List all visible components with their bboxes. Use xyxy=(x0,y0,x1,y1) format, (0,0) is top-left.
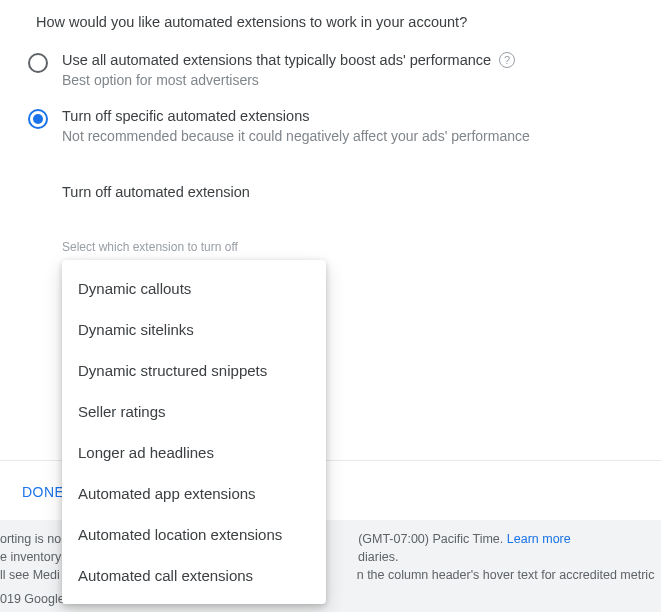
dropdown-item-dynamic-structured-snippets[interactable]: Dynamic structured snippets xyxy=(62,350,326,391)
dropdown-item-seller-ratings[interactable]: Seller ratings xyxy=(62,391,326,432)
footer-text: n the column header's hover text for acc… xyxy=(357,568,655,582)
footer-text: (GMT-07:00) Pacific Time. xyxy=(358,532,507,546)
extension-select-label: Select which extension to turn off xyxy=(62,240,661,254)
radio-option-use-all-sub: Best option for most advertisers xyxy=(62,72,515,88)
radio-option-use-all[interactable]: Use all automated extensions that typica… xyxy=(0,48,661,104)
turn-off-section-heading: Turn off automated extension xyxy=(0,160,661,200)
radio-unchecked-icon xyxy=(28,53,48,73)
footer-copyright: 019 Google xyxy=(0,592,65,606)
radio-option-turn-off[interactable]: Turn off specific automated extensions N… xyxy=(0,104,661,160)
radio-option-use-all-label: Use all automated extensions that typica… xyxy=(62,52,515,68)
footer-text: ll see Medi xyxy=(0,568,60,582)
help-icon[interactable]: ? xyxy=(499,52,515,68)
done-button[interactable]: DONE xyxy=(18,478,68,506)
footer-text: diaries. xyxy=(358,550,398,564)
radio-option-turn-off-sub: Not recommended because it could negativ… xyxy=(62,128,530,144)
extension-dropdown[interactable]: Dynamic callouts Dynamic sitelinks Dynam… xyxy=(62,260,326,604)
dropdown-item-dynamic-callouts[interactable]: Dynamic callouts xyxy=(62,268,326,309)
question-heading: How would you like automated extensions … xyxy=(0,0,661,48)
radio-option-turn-off-label: Turn off specific automated extensions xyxy=(62,108,530,124)
footer-text: orting is no xyxy=(0,532,61,546)
dropdown-item-longer-ad-headlines[interactable]: Longer ad headlines xyxy=(62,432,326,473)
radio-checked-icon xyxy=(28,109,48,129)
dropdown-item-automated-call-extensions[interactable]: Automated call extensions xyxy=(62,555,326,596)
dropdown-item-dynamic-sitelinks[interactable]: Dynamic sitelinks xyxy=(62,309,326,350)
dropdown-item-automated-app-extensions[interactable]: Automated app extensions xyxy=(62,473,326,514)
footer-text: e inventory xyxy=(0,550,65,564)
dropdown-item-automated-location-extensions[interactable]: Automated location extensions xyxy=(62,514,326,555)
learn-more-link[interactable]: Learn more xyxy=(507,532,571,546)
